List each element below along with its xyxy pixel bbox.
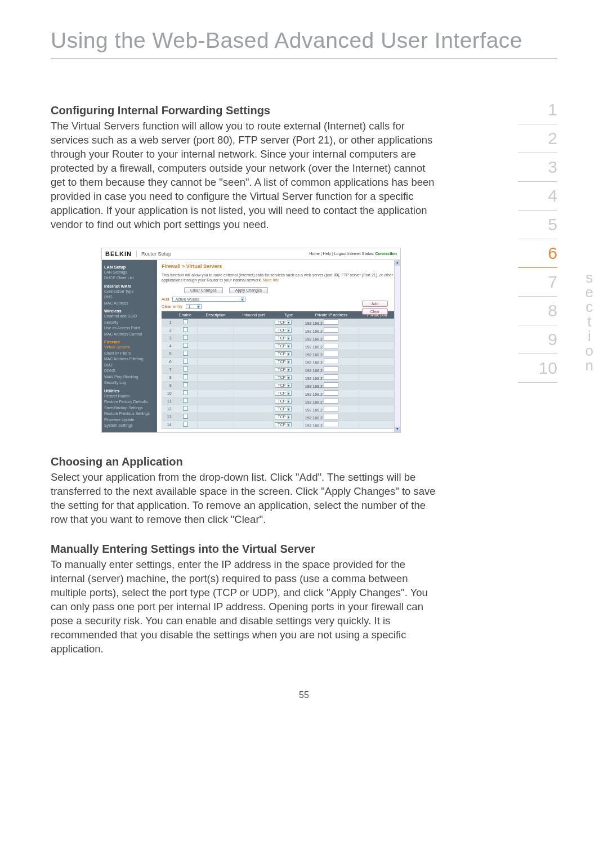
- scrollbar[interactable]: ▴ ▾: [394, 260, 400, 432]
- section-nav-7[interactable]: 7: [518, 268, 557, 297]
- description-input[interactable]: [198, 326, 234, 334]
- section-nav-8[interactable]: 8: [518, 297, 557, 325]
- section-nav-4[interactable]: 4: [518, 182, 557, 211]
- nav-item[interactable]: Connection Type: [104, 289, 155, 295]
- description-input[interactable]: [198, 389, 234, 397]
- type-select[interactable]: TCP: [275, 399, 292, 404]
- clear-entry-select[interactable]: 1: [186, 304, 202, 309]
- private-port-input[interactable]: [359, 373, 395, 381]
- type-select[interactable]: TCP: [275, 320, 292, 325]
- description-input[interactable]: [198, 373, 234, 381]
- type-select[interactable]: TCP: [275, 414, 292, 419]
- nav-item[interactable]: Firmware Update: [104, 417, 155, 423]
- enable-checkbox[interactable]: [183, 390, 188, 395]
- nav-item[interactable]: Security Log: [104, 380, 155, 386]
- add-button[interactable]: Add: [362, 301, 388, 307]
- description-input[interactable]: [198, 397, 234, 405]
- inbound-port-input[interactable]: [234, 350, 274, 357]
- private-port-input[interactable]: [359, 397, 395, 405]
- ip-last-octet-input[interactable]: [324, 351, 338, 356]
- type-select[interactable]: TCP: [275, 343, 292, 348]
- inbound-port-input[interactable]: [234, 334, 274, 342]
- enable-checkbox[interactable]: [183, 382, 188, 387]
- nav-item[interactable]: DMZ: [104, 363, 155, 369]
- inbound-port-input[interactable]: [234, 326, 274, 334]
- ip-last-octet-input[interactable]: [324, 359, 338, 364]
- ip-last-octet-input[interactable]: [324, 382, 338, 388]
- type-select[interactable]: TCP: [275, 359, 292, 364]
- apply-changes-button[interactable]: Apply Changes: [229, 287, 268, 293]
- private-port-input[interactable]: [359, 413, 395, 420]
- nav-item[interactable]: DDNS: [104, 368, 155, 374]
- add-application-select[interactable]: Active Worlds: [172, 297, 245, 302]
- router-links-text[interactable]: Home | Help | Logout Internet Status:: [309, 252, 374, 256]
- nav-item[interactable]: Channel and SSID: [104, 314, 155, 320]
- nav-item[interactable]: Security: [104, 320, 155, 326]
- enable-checkbox[interactable]: [183, 366, 188, 372]
- nav-item[interactable]: DHCP Client List: [104, 275, 155, 281]
- private-port-input[interactable]: [359, 389, 395, 397]
- enable-checkbox[interactable]: [183, 406, 188, 411]
- section-nav-10[interactable]: 10: [518, 354, 557, 383]
- ip-last-octet-input[interactable]: [324, 366, 338, 372]
- description-input[interactable]: [198, 334, 234, 342]
- type-select[interactable]: TCP: [275, 383, 292, 388]
- inbound-port-input[interactable]: [234, 342, 274, 350]
- ip-last-octet-input[interactable]: [324, 406, 338, 411]
- inbound-port-input[interactable]: [234, 413, 274, 420]
- enable-checkbox[interactable]: [183, 398, 188, 403]
- nav-item[interactable]: MAC Address Control: [104, 332, 155, 338]
- nav-item[interactable]: LAN Settings: [104, 270, 155, 276]
- description-input[interactable]: [198, 357, 234, 365]
- description-input[interactable]: [198, 381, 234, 389]
- inbound-port-input[interactable]: [234, 405, 274, 413]
- type-select[interactable]: TCP: [275, 335, 292, 341]
- private-port-input[interactable]: [359, 326, 395, 334]
- ip-last-octet-input[interactable]: [324, 374, 338, 380]
- inbound-port-input[interactable]: [234, 381, 274, 389]
- scroll-up-icon[interactable]: ▴: [395, 260, 400, 266]
- inbound-port-input[interactable]: [234, 389, 274, 397]
- enable-checkbox[interactable]: [183, 351, 188, 356]
- nav-item[interactable]: MAC Address: [104, 301, 155, 307]
- nav-item[interactable]: WAN Ping Blocking: [104, 374, 155, 381]
- router-header-links[interactable]: Home | Help | Logout Internet Status: Co…: [309, 252, 397, 256]
- type-select[interactable]: TCP: [275, 328, 292, 333]
- scroll-down-icon[interactable]: ▾: [395, 427, 400, 432]
- type-select[interactable]: TCP: [275, 422, 292, 427]
- enable-checkbox[interactable]: [183, 327, 188, 332]
- description-input[interactable]: [198, 405, 234, 413]
- type-select[interactable]: TCP: [275, 351, 292, 356]
- section-nav-2[interactable]: 2: [518, 124, 557, 153]
- description-input[interactable]: [198, 318, 234, 326]
- nav-item[interactable]: Use as Access Point: [104, 325, 155, 332]
- inbound-port-input[interactable]: [234, 420, 274, 428]
- inbound-port-input[interactable]: [234, 365, 274, 373]
- private-port-input[interactable]: [359, 350, 395, 357]
- description-input[interactable]: [198, 365, 234, 373]
- description-input[interactable]: [198, 413, 234, 420]
- description-input[interactable]: [198, 420, 234, 428]
- ip-last-octet-input[interactable]: [324, 422, 338, 427]
- inbound-port-input[interactable]: [234, 318, 274, 326]
- nav-item[interactable]: System Settings: [104, 423, 155, 429]
- private-port-input[interactable]: [359, 318, 395, 326]
- inbound-port-input[interactable]: [234, 373, 274, 381]
- type-select[interactable]: TCP: [275, 367, 292, 372]
- enable-checkbox[interactable]: [183, 414, 188, 419]
- enable-checkbox[interactable]: [183, 343, 188, 348]
- ip-last-octet-input[interactable]: [324, 390, 338, 396]
- section-nav-9[interactable]: 9: [518, 325, 557, 354]
- section-nav-1[interactable]: 1: [518, 96, 557, 124]
- clear-button[interactable]: Clear: [362, 308, 388, 315]
- private-port-input[interactable]: [359, 334, 395, 342]
- ip-last-octet-input[interactable]: [324, 335, 338, 341]
- nav-item[interactable]: DNS: [104, 294, 155, 301]
- ip-last-octet-input[interactable]: [324, 343, 338, 348]
- ip-last-octet-input[interactable]: [324, 398, 338, 404]
- section-nav-5[interactable]: 5: [518, 211, 557, 239]
- type-select[interactable]: TCP: [275, 391, 292, 396]
- nav-item[interactable]: Client IP Filters: [104, 351, 155, 357]
- inbound-port-input[interactable]: [234, 357, 274, 365]
- router-sidebar[interactable]: LAN SetupLAN SettingsDHCP Client ListInt…: [102, 260, 157, 432]
